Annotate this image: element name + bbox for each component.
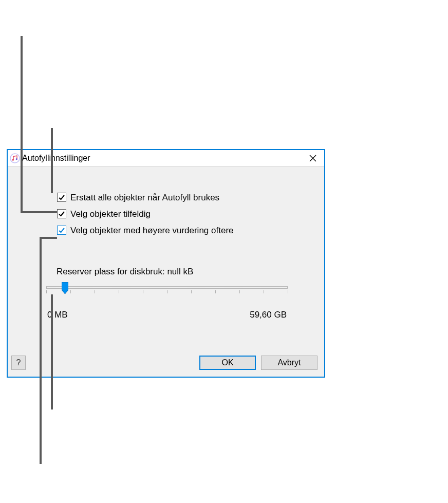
help-button[interactable]: ? (11, 356, 26, 370)
checkbox-higher-rated[interactable] (57, 226, 66, 235)
option-random: Velg objekter tilfeldig (57, 209, 234, 218)
slider-min-label: 0 MB (47, 310, 68, 320)
checkbox-label: Velg objekter tilfeldig (70, 210, 151, 218)
help-icon: ? (16, 358, 21, 367)
slider-label: Reserver plass for diskbruk: null kB (46, 267, 288, 277)
option-replace-all: Erstatt alle objekter når Autofyll bruke… (57, 193, 234, 202)
checkbox-label: Velg objekter med høyere vurdering ofter… (70, 226, 234, 235)
checkbox-random[interactable] (57, 209, 66, 218)
slider-max-label: 59,60 GB (250, 310, 287, 320)
check-icon (58, 210, 65, 217)
dialog-content: Erstatt alle objekter når Autofyll bruke… (8, 166, 324, 377)
itunes-icon (10, 153, 20, 163)
options-group: Erstatt alle objekter når Autofyll bruke… (57, 193, 234, 242)
titlebar: Autofyllinnstillinger (8, 150, 324, 166)
checkbox-label: Erstatt alle objekter når Autofyll bruke… (70, 193, 219, 202)
cancel-button[interactable]: Avbryt (261, 356, 318, 370)
checkbox-replace-all[interactable] (57, 193, 66, 202)
ok-button[interactable]: OK (199, 356, 256, 370)
check-icon (58, 227, 65, 234)
window-title: Autofyllinnstillinger (22, 154, 90, 163)
slider-thumb[interactable] (62, 282, 68, 294)
dialog-buttons: OK Avbryt (199, 356, 318, 370)
option-higher-rated: Velg objekter med høyere vurdering ofter… (57, 226, 234, 235)
svg-point-2 (16, 158, 17, 160)
slider-range-labels: 0 MB 59,60 GB (46, 310, 288, 320)
close-button[interactable] (302, 150, 324, 166)
callout-line (51, 294, 53, 409)
reserve-space-section: Reserver plass for diskbruk: null kB (46, 267, 288, 320)
autofill-settings-dialog: Autofyllinnstillinger Erstatt alle objek… (7, 149, 325, 378)
reserve-space-slider[interactable] (46, 283, 288, 299)
callout-line (51, 128, 53, 193)
ok-button-label: OK (221, 358, 233, 367)
callout-line (40, 237, 42, 464)
svg-point-1 (12, 159, 14, 160)
callout-line (40, 237, 57, 239)
cancel-button-label: Avbryt (277, 358, 301, 367)
close-icon (309, 155, 316, 162)
slider-track (46, 286, 288, 289)
callout-line (21, 36, 23, 213)
callout-line (21, 211, 57, 213)
check-icon (58, 194, 65, 201)
svg-point-0 (10, 154, 20, 163)
